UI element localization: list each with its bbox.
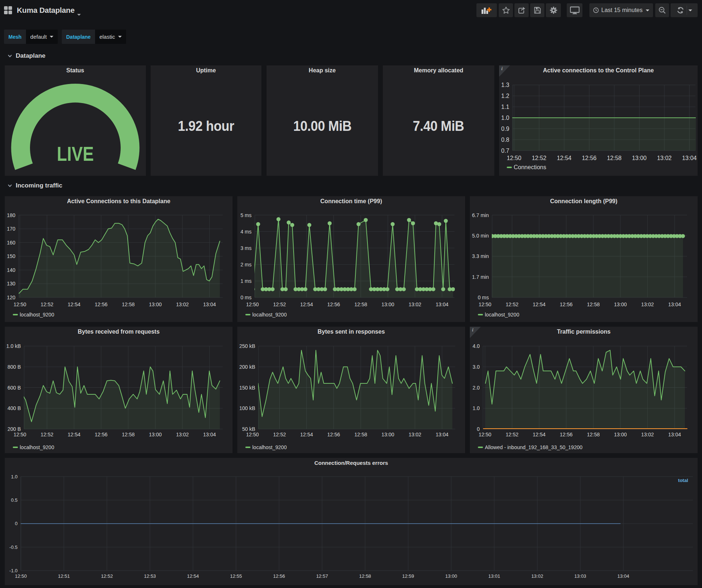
svg-text:5.0 min: 5.0 min [472, 233, 489, 239]
svg-text:13:04: 13:04 [435, 432, 448, 437]
svg-text:1.0: 1.0 [11, 474, 18, 479]
svg-text:180: 180 [7, 212, 16, 218]
svg-text:3.3 min: 3.3 min [472, 253, 489, 259]
svg-text:4.0: 4.0 [473, 343, 480, 349]
svg-text:0: 0 [15, 521, 18, 526]
svg-text:3.0: 3.0 [473, 364, 480, 370]
svg-text:-1.0: -1.0 [10, 568, 18, 573]
svg-text:12:58: 12:58 [587, 301, 600, 307]
svg-text:13:00: 13:00 [149, 432, 162, 437]
svg-text:1 ms: 1 ms [241, 278, 252, 284]
svg-text:140: 140 [7, 267, 16, 273]
svg-text:13:03: 13:03 [574, 573, 586, 579]
svg-text:12:52: 12:52 [532, 155, 546, 161]
svg-text:120: 120 [7, 295, 16, 300]
svg-text:6.7 min: 6.7 min [472, 212, 489, 218]
svg-text:12:50: 12:50 [479, 432, 491, 437]
svg-text:2.0: 2.0 [473, 385, 480, 391]
svg-text:0.8: 0.8 [501, 137, 509, 143]
svg-text:12:58: 12:58 [607, 155, 622, 161]
svg-text:13:04: 13:04 [435, 301, 448, 307]
svg-text:12:52: 12:52 [506, 432, 518, 437]
svg-text:12:57: 12:57 [316, 573, 328, 579]
svg-text:0.7: 0.7 [501, 148, 509, 154]
svg-text:13:02: 13:02 [641, 432, 654, 437]
svg-text:12:54: 12:54 [300, 301, 313, 307]
svg-text:1.0: 1.0 [501, 115, 509, 121]
svg-text:12:59: 12:59 [402, 573, 414, 579]
svg-text:13:04: 13:04 [682, 155, 697, 161]
svg-text:13:02: 13:02 [531, 573, 543, 579]
svg-text:12:54: 12:54 [533, 301, 546, 307]
svg-text:200 kB: 200 kB [239, 364, 255, 370]
svg-text:13:02: 13:02 [176, 432, 189, 437]
svg-text:12:56: 12:56 [582, 155, 596, 161]
svg-text:12:50: 12:50 [14, 301, 26, 307]
svg-text:800 B: 800 B [7, 364, 21, 370]
svg-text:170: 170 [7, 226, 16, 232]
svg-text:12:58: 12:58 [354, 432, 367, 437]
svg-text:13:04: 13:04 [203, 301, 216, 307]
svg-text:12:56: 12:56 [95, 432, 107, 437]
svg-text:0 ms: 0 ms [478, 295, 489, 300]
svg-text:13:02: 13:02 [657, 155, 672, 161]
svg-text:12:54: 12:54 [300, 432, 313, 437]
svg-text:12:58: 12:58 [122, 301, 135, 307]
svg-text:250 kB: 250 kB [239, 343, 255, 349]
svg-text:13:00: 13:00 [381, 432, 394, 437]
svg-text:13:00: 13:00 [445, 573, 457, 579]
svg-text:4 ms: 4 ms [241, 229, 252, 235]
svg-text:12:50: 12:50 [14, 432, 26, 437]
svg-text:13:04: 13:04 [668, 432, 681, 437]
svg-text:13:02: 13:02 [641, 301, 654, 307]
svg-text:LIVE: LIVE [57, 142, 94, 165]
svg-text:12:52: 12:52 [273, 432, 286, 437]
svg-text:12:50: 12:50 [15, 573, 27, 579]
svg-text:12:54: 12:54 [533, 432, 546, 437]
svg-text:13:00: 13:00 [381, 301, 394, 307]
svg-text:-0.5: -0.5 [10, 545, 18, 550]
svg-text:13:04: 13:04 [668, 301, 681, 307]
svg-text:0 ms: 0 ms [241, 295, 252, 300]
svg-text:13:04: 13:04 [618, 573, 630, 579]
svg-text:12:53: 12:53 [144, 573, 156, 579]
svg-text:12:56: 12:56 [95, 301, 107, 307]
svg-text:1.2: 1.2 [501, 93, 509, 99]
svg-text:0.5: 0.5 [11, 497, 18, 503]
svg-text:100 kB: 100 kB [239, 405, 255, 411]
svg-text:13:02: 13:02 [408, 432, 421, 437]
svg-text:1.3: 1.3 [501, 82, 509, 88]
svg-text:12:52: 12:52 [41, 301, 53, 307]
svg-text:12:58: 12:58 [122, 432, 135, 437]
svg-text:12:56: 12:56 [327, 301, 340, 307]
svg-text:13:04: 13:04 [203, 432, 216, 437]
svg-text:12:55: 12:55 [230, 573, 242, 579]
svg-text:13:00: 13:00 [614, 301, 627, 307]
svg-text:50 kB: 50 kB [242, 426, 255, 432]
svg-text:1.1: 1.1 [501, 104, 509, 110]
svg-text:3 ms: 3 ms [241, 245, 252, 251]
svg-text:1.0: 1.0 [473, 405, 480, 411]
svg-text:12:54: 12:54 [68, 432, 80, 437]
svg-text:12:50: 12:50 [479, 301, 491, 307]
svg-text:12:52: 12:52 [273, 301, 286, 307]
svg-text:12:52: 12:52 [506, 301, 518, 307]
svg-text:1.0 kB: 1.0 kB [6, 343, 21, 349]
svg-text:160: 160 [7, 240, 16, 246]
svg-text:200 B: 200 B [7, 426, 21, 432]
svg-text:12:56: 12:56 [327, 432, 340, 437]
svg-text:150: 150 [7, 253, 16, 259]
svg-text:12:52: 12:52 [101, 573, 113, 579]
svg-text:13:02: 13:02 [408, 301, 421, 307]
svg-text:12:52: 12:52 [41, 432, 53, 437]
svg-text:13:01: 13:01 [488, 573, 500, 579]
svg-text:12:50: 12:50 [246, 301, 259, 307]
svg-text:1.7 min: 1.7 min [472, 274, 489, 280]
svg-text:12:51: 12:51 [58, 573, 70, 579]
svg-text:12:56: 12:56 [273, 573, 285, 579]
svg-text:12:58: 12:58 [587, 432, 600, 437]
svg-text:0: 0 [477, 426, 480, 432]
svg-text:12:56: 12:56 [560, 432, 573, 437]
svg-text:13:00: 13:00 [614, 432, 627, 437]
svg-text:12:58: 12:58 [359, 573, 371, 579]
